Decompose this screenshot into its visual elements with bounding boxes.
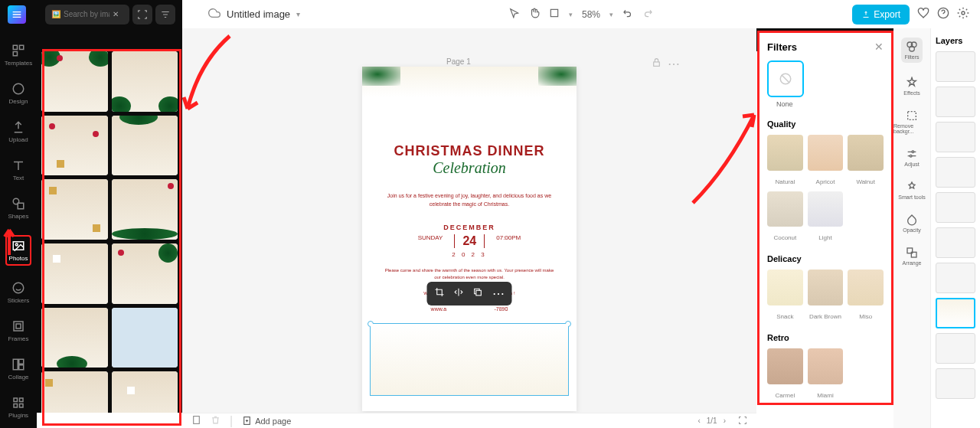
fullscreen-icon[interactable] xyxy=(738,416,747,426)
next-page-icon[interactable]: › xyxy=(724,417,726,425)
nav-plugins[interactable]: Plugins xyxy=(8,396,28,419)
redo-icon[interactable] xyxy=(642,8,653,21)
filters-title: Filters xyxy=(767,41,797,53)
canvas-time: 07:00PM xyxy=(496,234,521,248)
delete-icon[interactable] xyxy=(211,414,220,428)
nav-frames[interactable]: Frames xyxy=(8,319,28,342)
filter-section-delicacy: Delicacy xyxy=(767,254,884,263)
filter-miami[interactable]: Miami xyxy=(808,348,844,400)
photo-thumb[interactable] xyxy=(112,179,178,240)
photo-thumb[interactable] xyxy=(112,308,178,368)
undo-icon[interactable] xyxy=(622,8,633,21)
filter-natural[interactable]: Natural xyxy=(767,135,803,187)
canvas-month: DECEMBER xyxy=(362,224,577,231)
rs-effects[interactable]: Effects xyxy=(903,77,920,96)
lock-icon[interactable] xyxy=(652,57,662,71)
filter-none-label: None xyxy=(776,100,884,108)
hand-tool-icon[interactable] xyxy=(529,8,540,21)
crop-tool-icon[interactable] xyxy=(549,8,560,21)
filter-miso[interactable]: Miso xyxy=(848,270,884,322)
nav-text[interactable]: Text xyxy=(11,158,25,181)
layer-item[interactable] xyxy=(936,122,975,152)
export-button[interactable]: Export xyxy=(852,5,910,25)
help-icon[interactable] xyxy=(937,7,949,22)
photo-thumb[interactable] xyxy=(41,116,108,176)
favorite-icon[interactable] xyxy=(917,7,929,22)
nav-shapes[interactable]: Shapes xyxy=(8,197,28,220)
layer-item[interactable] xyxy=(936,157,975,188)
rs-smart-tools[interactable]: Smart tools xyxy=(898,181,925,200)
filter-carmel[interactable]: Carmel xyxy=(767,348,803,400)
photo-thumb[interactable] xyxy=(41,308,108,368)
flip-icon[interactable] xyxy=(454,286,464,301)
pages-icon[interactable] xyxy=(191,414,201,428)
layer-item[interactable] xyxy=(936,368,975,399)
selected-image[interactable] xyxy=(370,323,569,396)
svg-rect-30 xyxy=(908,112,916,120)
title-chevron-icon[interactable]: ▾ xyxy=(296,10,300,18)
filter-none[interactable] xyxy=(767,60,804,97)
nav-upload[interactable]: Upload xyxy=(8,120,28,143)
filter-walnut[interactable]: Walnut xyxy=(848,135,884,187)
rs-opacity[interactable]: Opacity xyxy=(903,214,921,233)
prev-page-icon[interactable]: ‹ xyxy=(697,417,700,425)
filter-settings-icon[interactable] xyxy=(155,5,175,25)
photo-thumb[interactable] xyxy=(41,243,108,304)
duplicate-icon[interactable] xyxy=(473,286,483,301)
nav-collage[interactable]: Collage xyxy=(8,358,28,381)
photo-thumb[interactable] xyxy=(112,116,178,176)
layer-item[interactable] xyxy=(936,51,975,82)
close-filters-icon[interactable]: ✕ xyxy=(874,41,884,53)
svg-rect-17 xyxy=(14,398,18,402)
filter-section-retro: Retro xyxy=(767,333,884,342)
filter-apricot[interactable]: Apricot xyxy=(808,135,844,187)
photo-thumb[interactable] xyxy=(41,51,108,112)
layer-item[interactable] xyxy=(936,87,975,117)
svg-rect-5 xyxy=(13,52,17,56)
filter-coconut[interactable]: Coconut xyxy=(767,191,803,243)
photo-thumb[interactable] xyxy=(41,371,108,413)
search-input[interactable] xyxy=(64,10,109,18)
canvas[interactable]: CHRISTMAS DINNER Celebration Join us for… xyxy=(362,67,577,411)
layer-item[interactable] xyxy=(936,227,975,258)
svg-rect-12 xyxy=(14,322,23,331)
layer-item-active[interactable] xyxy=(936,298,975,328)
clear-search-icon[interactable]: ✕ xyxy=(113,10,119,18)
scan-icon[interactable] xyxy=(132,5,152,25)
nav-stickers[interactable]: Stickers xyxy=(8,281,29,304)
crop-icon[interactable] xyxy=(435,286,445,301)
nav-design[interactable]: Design xyxy=(9,82,28,105)
svg-rect-18 xyxy=(20,398,24,402)
rs-filters[interactable]: Filters xyxy=(901,38,922,63)
add-page-button[interactable]: Add page xyxy=(242,416,291,426)
crop-chevron-icon[interactable]: ▾ xyxy=(569,11,573,18)
svg-rect-8 xyxy=(18,203,24,209)
layer-item[interactable] xyxy=(936,333,975,364)
filter-light[interactable]: Light xyxy=(808,191,844,243)
layer-item[interactable] xyxy=(936,263,975,293)
filter-dark-brown[interactable]: Dark Brown xyxy=(808,270,844,322)
zoom-chevron-icon[interactable]: ▾ xyxy=(609,11,613,18)
app-logo[interactable] xyxy=(8,5,26,24)
rs-arrange[interactable]: Arrange xyxy=(903,247,922,266)
cursor-tool-icon[interactable] xyxy=(509,8,520,21)
settings-icon[interactable] xyxy=(957,7,969,22)
filter-snack[interactable]: Snack xyxy=(767,270,803,322)
photo-thumb[interactable] xyxy=(112,51,178,112)
nav-photos[interactable]: Photos xyxy=(5,235,32,266)
rs-adjust[interactable]: Adjust xyxy=(904,148,919,167)
photo-thumb[interactable] xyxy=(112,371,178,413)
more-icon[interactable]: ⋯ xyxy=(668,57,680,71)
rs-remove-bg[interactable]: Remove backgr... xyxy=(893,109,930,134)
nav-templates[interactable]: Templates xyxy=(5,44,32,67)
document-title[interactable]: Untitled image xyxy=(227,8,290,20)
layer-item[interactable] xyxy=(936,192,975,223)
more-options-icon[interactable]: ⋯ xyxy=(492,286,505,301)
photo-thumb[interactable] xyxy=(41,179,108,240)
svg-point-2 xyxy=(962,11,965,15)
svg-point-6 xyxy=(13,83,24,94)
page-label: Page 1 xyxy=(446,57,471,66)
search-input-wrap[interactable]: 🖼️ ✕ xyxy=(45,5,129,25)
photo-thumb[interactable] xyxy=(112,243,178,304)
zoom-level[interactable]: 58% xyxy=(582,9,600,20)
